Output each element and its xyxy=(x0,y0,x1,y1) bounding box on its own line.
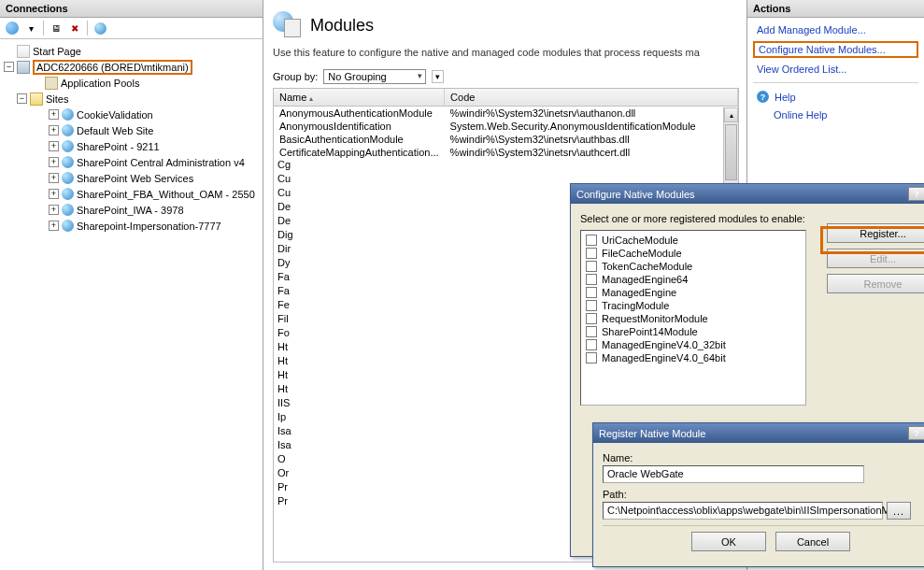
list-item[interactable]: TracingModule xyxy=(584,299,803,312)
cancel-button[interactable]: Cancel xyxy=(775,532,850,551)
expand-icon[interactable]: + xyxy=(49,205,59,215)
tree-site-node[interactable]: +SharePoint - 9211 xyxy=(2,138,261,154)
path-field[interactable]: C:\Netpoint\access\oblix\apps\webgate\bi… xyxy=(603,502,883,520)
column-header-name[interactable]: Name ▴ xyxy=(274,89,445,107)
tree-site-node[interactable]: +SharePoint_IWA - 3978 xyxy=(2,202,261,218)
table-row[interactable]: Dig xyxy=(277,229,304,243)
table-row[interactable]: Cu xyxy=(277,173,304,187)
list-item[interactable]: RequestMonitorModule xyxy=(584,312,803,325)
view-ordered-list-link[interactable]: View Ordered List... xyxy=(753,63,918,76)
tree-server-node[interactable]: − ADC6220666 (BORED\mtikmani) xyxy=(2,59,261,75)
tree-site-node[interactable]: +SharePoint Web Services xyxy=(2,170,261,186)
table-row[interactable]: De xyxy=(277,201,304,215)
table-row[interactable]: Fe xyxy=(277,299,304,313)
table-row[interactable]: Fil xyxy=(277,313,304,327)
online-help-link[interactable]: Online Help xyxy=(753,108,918,121)
remove-button[interactable]: Remove xyxy=(827,274,924,293)
table-row[interactable]: Dir xyxy=(277,243,304,257)
expand-icon[interactable]: + xyxy=(49,173,59,183)
table-row[interactable]: O xyxy=(277,453,304,467)
table-row[interactable]: Or xyxy=(277,467,304,481)
remove-icon[interactable]: ✖ xyxy=(66,20,83,36)
table-row[interactable]: Ip xyxy=(277,411,304,425)
refresh-icon[interactable] xyxy=(4,20,21,36)
tree-app-pools[interactable]: Application Pools xyxy=(2,75,261,91)
checkbox[interactable] xyxy=(586,300,597,311)
list-item[interactable]: FileCacheModule xyxy=(584,247,803,260)
checkbox[interactable] xyxy=(586,274,597,285)
expand-icon[interactable]: + xyxy=(49,221,59,231)
table-row[interactable]: CertificateMappingAuthentication...%wind… xyxy=(274,146,738,159)
table-row[interactable]: Ht xyxy=(277,341,304,355)
edit-button[interactable]: Edit... xyxy=(827,249,924,268)
add-managed-module-link[interactable]: Add Managed Module... xyxy=(753,23,918,36)
toolbar-dropdown-icon[interactable]: ▾ xyxy=(22,20,39,36)
help-icon[interactable]: ? xyxy=(908,187,924,201)
table-row[interactable]: IIS xyxy=(277,397,304,411)
table-row[interactable]: Fo xyxy=(277,327,304,341)
table-row[interactable]: Fa xyxy=(277,285,304,299)
register-button[interactable]: Register... xyxy=(827,223,924,243)
groupby-select[interactable]: No Grouping xyxy=(323,69,426,84)
tree-start-page[interactable]: Start Page xyxy=(2,43,261,59)
list-item[interactable]: ManagedEngine64 xyxy=(584,273,803,286)
dialog-titlebar[interactable]: Register Native Module ? ✕ xyxy=(593,423,924,443)
table-row[interactable]: Ht xyxy=(277,369,304,383)
browse-button[interactable]: ... xyxy=(887,502,911,520)
name-field[interactable]: Oracle WebGate xyxy=(603,465,864,483)
site-icon[interactable] xyxy=(92,20,108,36)
checkbox[interactable] xyxy=(586,313,597,324)
checkbox[interactable] xyxy=(586,287,597,298)
table-row[interactable]: AnonymousIdentificationSystem.Web.Securi… xyxy=(274,120,738,133)
table-row[interactable]: AnonymousAuthenticationModule%windir%\Sy… xyxy=(274,107,738,121)
expand-icon[interactable]: + xyxy=(49,141,59,151)
scrollbar-thumb[interactable] xyxy=(725,124,737,180)
scroll-up-icon[interactable]: ▴ xyxy=(724,107,738,122)
tree-site-node[interactable]: +SharePoint Central Administration v4 xyxy=(2,154,261,170)
tree-sites-node[interactable]: − Sites xyxy=(2,91,261,107)
tree-site-node[interactable]: +Default Web Site xyxy=(2,122,261,138)
list-item[interactable]: ManagedEngine xyxy=(584,286,803,299)
groupby-extra-icon[interactable]: ▾ xyxy=(432,70,444,83)
modules-table[interactable]: Name ▴ Code AnonymousAuthenticationModul… xyxy=(274,89,738,159)
table-row[interactable]: Cg xyxy=(277,159,304,173)
table-row[interactable]: Isa xyxy=(277,425,304,439)
collapse-icon[interactable]: − xyxy=(17,93,27,104)
expand-icon[interactable]: + xyxy=(49,189,59,199)
checkbox[interactable] xyxy=(586,339,597,350)
connections-tree[interactable]: Start Page − ADC6220666 (BORED\mtikmani)… xyxy=(0,39,263,570)
table-row[interactable]: Ht xyxy=(277,383,304,397)
table-row[interactable]: Dy xyxy=(277,257,304,271)
table-row[interactable]: Pr xyxy=(277,481,304,495)
list-item[interactable]: TokenCacheModule xyxy=(584,260,803,273)
expand-icon[interactable]: + xyxy=(49,157,59,167)
collapse-icon[interactable]: − xyxy=(4,62,14,72)
table-row[interactable]: Pr xyxy=(277,495,304,509)
checkbox[interactable] xyxy=(586,248,597,259)
checkbox[interactable] xyxy=(586,352,597,363)
list-item[interactable]: SharePoint14Module xyxy=(584,325,803,338)
list-item[interactable]: UriCacheModule xyxy=(584,234,803,247)
help-icon[interactable]: ? xyxy=(908,426,924,440)
expand-icon[interactable]: + xyxy=(49,109,59,120)
table-row[interactable]: Ht xyxy=(277,355,304,369)
checkbox[interactable] xyxy=(586,235,597,246)
checkbox[interactable] xyxy=(586,261,597,272)
table-row[interactable]: Fa xyxy=(277,271,304,285)
tree-site-node[interactable]: +Sharepoint-Impersonation-7777 xyxy=(2,218,261,234)
expand-icon[interactable]: + xyxy=(49,125,59,135)
ok-button[interactable]: OK xyxy=(691,532,766,551)
table-row[interactable]: Cu xyxy=(277,187,304,201)
table-row[interactable]: Isa xyxy=(277,439,304,453)
table-row[interactable]: De xyxy=(277,215,304,229)
connect-icon[interactable]: 🖥 xyxy=(48,20,64,36)
checkbox[interactable] xyxy=(586,326,597,337)
native-modules-list[interactable]: UriCacheModuleFileCacheModuleTokenCacheM… xyxy=(580,230,806,406)
column-header-code[interactable]: Code xyxy=(445,89,738,107)
dialog-titlebar[interactable]: Configure Native Modules ? ✕ xyxy=(571,184,924,204)
tree-site-node[interactable]: +CookieValidation xyxy=(2,107,261,122)
list-item[interactable]: ManagedEngineV4.0_32bit xyxy=(584,338,803,351)
table-row[interactable]: BasicAuthenticationModule%windir%\System… xyxy=(274,133,738,146)
tree-site-node[interactable]: +SharePoint_FBA_Without_OAM - 2550 xyxy=(2,186,261,202)
configure-native-modules-link[interactable]: Configure Native Modules... xyxy=(753,41,918,58)
